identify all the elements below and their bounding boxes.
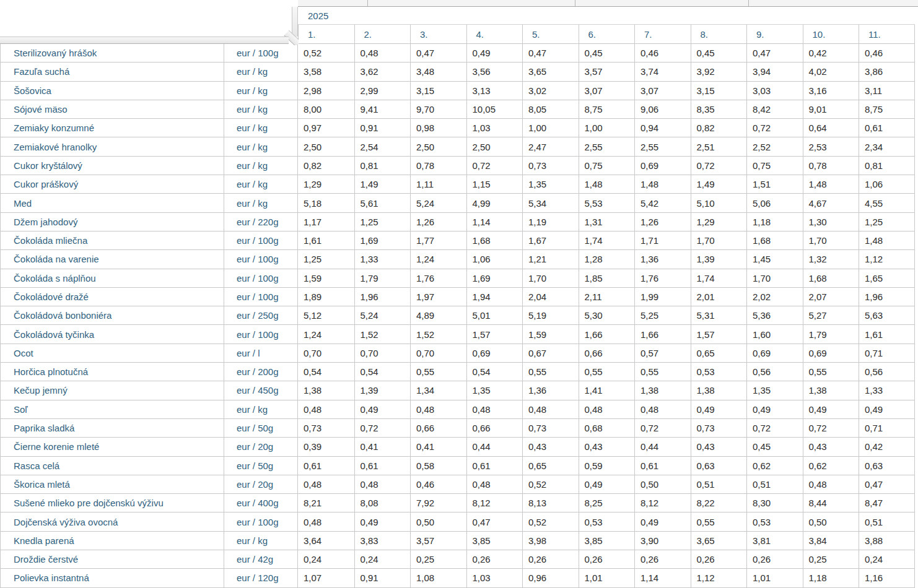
year-label: 2025 [308, 11, 328, 21]
table-row: Medeur / kg [0, 194, 298, 212]
value-cell: 0,56 [746, 363, 803, 381]
value-cell: 1,19 [522, 213, 579, 231]
table-row: 1,241,521,521,571,591,661,661,571,601,79… [298, 325, 915, 344]
value-cell: 1,35 [522, 175, 579, 193]
unit-cell: eur / kg [224, 532, 298, 550]
value-cell: 1,28 [579, 250, 635, 268]
value-cell: 8,75 [579, 100, 635, 118]
value-cell: 0,43 [579, 438, 635, 456]
value-cell: 0,69 [466, 344, 523, 362]
value-cell: 0,52 [522, 475, 579, 493]
unit-cell: eur / 100g [224, 231, 298, 249]
month-column-header: 1. [298, 25, 354, 44]
table-row: 0,520,480,470,490,470,450,460,450,470,42… [298, 44, 915, 63]
value-cell: 3,58 [298, 63, 354, 80]
value-cell: 3,83 [354, 532, 411, 550]
value-cell: 1,68 [803, 269, 859, 287]
value-cell: 0,45 [746, 438, 803, 456]
value-cell: 0,66 [466, 419, 523, 437]
product-name-cell: Polievka instantná [0, 569, 224, 587]
value-cell: 1,61 [859, 325, 915, 343]
product-name-cell: Kečup jemný [0, 381, 224, 399]
table-row: Sójové mäsoeur / kg [0, 100, 298, 119]
value-cell: 1,96 [354, 288, 411, 306]
value-cell: 1,18 [746, 213, 803, 231]
value-cell: 1,32 [803, 250, 859, 268]
value-cell: 0,50 [410, 512, 466, 530]
table-row: Polievka instantnáeur / 120g [0, 569, 298, 587]
value-cell: 1,68 [466, 231, 523, 249]
value-cell: 0,72 [691, 157, 747, 175]
value-cell: 1,24 [410, 250, 466, 268]
value-cell: 1,03 [466, 569, 523, 587]
unit-cell: eur / kg [224, 63, 298, 80]
table-row: 0,480,490,480,480,480,480,480,490,490,49… [298, 400, 915, 419]
value-cell: 0,73 [522, 157, 579, 175]
value-cell: 0,44 [466, 438, 523, 456]
value-cell: 0,72 [746, 119, 803, 137]
value-cell: 3,16 [803, 82, 859, 100]
value-cell: 0,26 [634, 550, 691, 568]
unit-cell: eur / 100g [224, 512, 298, 530]
table-row: Paprika sladkáeur / 50g [0, 419, 298, 438]
value-cell: 3,15 [410, 82, 466, 100]
value-cell: 3,85 [579, 532, 635, 550]
data-scroll-area[interactable]: 0,520,480,470,490,470,450,460,450,470,42… [298, 44, 915, 588]
value-cell: 1,67 [522, 231, 579, 249]
value-cell: 8,35 [691, 100, 747, 118]
product-name-cell: Med [0, 194, 224, 212]
value-cell: 1,57 [466, 325, 523, 343]
value-cell: 0,43 [691, 438, 747, 456]
value-cell: 1,21 [522, 250, 579, 268]
value-cell: 0,48 [634, 400, 691, 418]
product-name-cell: Škorica mletá [0, 475, 224, 493]
value-cell: 1,66 [634, 325, 691, 343]
value-cell: 0,46 [634, 44, 691, 62]
value-cell: 1,48 [803, 175, 859, 193]
value-cell: 2,55 [634, 137, 691, 155]
value-cell: 4,02 [803, 63, 859, 80]
value-cell: 0,71 [859, 344, 915, 362]
value-cell: 0,71 [859, 419, 915, 437]
value-cell: 0,49 [803, 400, 859, 418]
value-cell: 3,15 [691, 82, 747, 100]
value-cell: 1,69 [466, 269, 523, 287]
value-cell: 1,68 [746, 231, 803, 249]
value-cell: 0,43 [803, 438, 859, 456]
value-cell: 2,02 [746, 288, 803, 306]
value-cell: 1,71 [634, 231, 691, 249]
value-cell: 0,49 [634, 512, 691, 530]
value-cell: 8,05 [522, 100, 579, 118]
value-cell: 3,81 [746, 532, 803, 550]
unit-cell: eur / 50g [224, 419, 298, 437]
unit-cell: eur / 100g [224, 325, 298, 343]
value-cell: 0,98 [410, 119, 466, 137]
product-name-cell: Zemiaky konzumné [0, 119, 224, 137]
value-cell: 8,22 [691, 494, 747, 512]
value-cell: 1,70 [691, 231, 747, 249]
table-row: 8,218,087,928,128,138,258,128,228,308,44… [298, 494, 915, 512]
value-cell: 1,29 [691, 213, 747, 231]
table-row: 0,610,610,580,610,650,590,610,630,620,62… [298, 457, 915, 475]
product-name-cell: Čokoládové dražé [0, 288, 224, 306]
value-cell: 1,41 [579, 381, 635, 399]
month-column-header: 4. [466, 25, 523, 44]
value-cell: 3,74 [634, 63, 691, 80]
value-cell: 0,52 [298, 44, 354, 62]
value-cell: 1,36 [634, 250, 691, 268]
unit-cell: eur / kg [224, 100, 298, 118]
unit-cell: eur / 120g [224, 569, 298, 587]
product-name-cell: Džem jahodový [0, 213, 224, 231]
table-row: Kečup jemnýeur / 450g [0, 381, 298, 400]
value-cell: 0,72 [466, 157, 523, 175]
value-cell: 0,59 [579, 457, 635, 475]
value-cell: 5,01 [466, 306, 523, 324]
table-row: Džem jahodovýeur / 220g [0, 213, 298, 231]
value-cell: 8,75 [859, 100, 915, 118]
value-cell: 1,26 [634, 213, 691, 231]
month-column-header: 3. [410, 25, 466, 44]
value-cell: 1,70 [803, 231, 859, 249]
value-cell: 0,48 [298, 475, 354, 493]
value-cell: 0,55 [634, 363, 691, 381]
value-cell: 0,26 [746, 550, 803, 568]
